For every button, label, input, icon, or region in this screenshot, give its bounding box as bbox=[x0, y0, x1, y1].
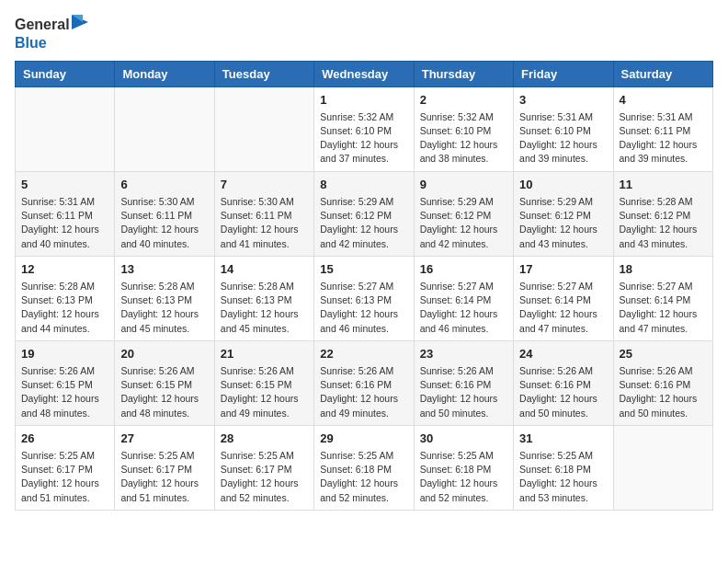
calendar-week-row: 1Sunrise: 5:32 AMSunset: 6:10 PMDaylight… bbox=[16, 86, 713, 171]
weekday-header: Sunday bbox=[16, 61, 115, 86]
weekday-header: Friday bbox=[514, 61, 613, 86]
calendar-day-cell: 15Sunrise: 5:27 AMSunset: 6:13 PMDayligh… bbox=[314, 256, 414, 340]
calendar-day-cell: 13Sunrise: 5:28 AMSunset: 6:13 PMDayligh… bbox=[115, 256, 214, 340]
day-info: Sunrise: 5:27 AMSunset: 6:14 PMDaylight:… bbox=[519, 280, 607, 336]
calendar-table: SundayMondayTuesdayWednesdayThursdayFrid… bbox=[15, 61, 713, 511]
day-info: Sunrise: 5:27 AMSunset: 6:14 PMDaylight:… bbox=[420, 280, 507, 336]
calendar-day-cell: 8Sunrise: 5:29 AMSunset: 6:12 PMDaylight… bbox=[314, 171, 414, 256]
day-info: Sunrise: 5:28 AMSunset: 6:13 PMDaylight:… bbox=[21, 280, 108, 336]
calendar-day-cell: 5Sunrise: 5:31 AMSunset: 6:11 PMDaylight… bbox=[16, 171, 115, 256]
calendar-week-row: 19Sunrise: 5:26 AMSunset: 6:15 PMDayligh… bbox=[16, 340, 713, 425]
day-number: 21 bbox=[221, 346, 308, 362]
day-info: Sunrise: 5:31 AMSunset: 6:11 PMDaylight:… bbox=[620, 110, 707, 167]
weekday-header: Saturday bbox=[613, 61, 712, 86]
day-info: Sunrise: 5:26 AMSunset: 6:15 PMDaylight:… bbox=[21, 364, 108, 420]
day-number: 18 bbox=[620, 261, 707, 278]
day-info: Sunrise: 5:25 AMSunset: 6:18 PMDaylight:… bbox=[420, 449, 507, 505]
calendar-day-cell bbox=[115, 86, 214, 171]
calendar-day-cell: 23Sunrise: 5:26 AMSunset: 6:16 PMDayligh… bbox=[414, 340, 513, 425]
calendar-day-cell: 14Sunrise: 5:28 AMSunset: 6:13 PMDayligh… bbox=[214, 256, 313, 340]
day-info: Sunrise: 5:26 AMSunset: 6:15 PMDaylight:… bbox=[221, 364, 308, 420]
day-info: Sunrise: 5:25 AMSunset: 6:18 PMDaylight:… bbox=[519, 449, 607, 505]
calendar-day-cell: 3Sunrise: 5:31 AMSunset: 6:10 PMDaylight… bbox=[514, 86, 613, 171]
day-info: Sunrise: 5:29 AMSunset: 6:12 PMDaylight:… bbox=[519, 195, 607, 251]
calendar-day-cell: 4Sunrise: 5:31 AMSunset: 6:11 PMDaylight… bbox=[613, 86, 712, 171]
day-number: 1 bbox=[320, 92, 407, 109]
calendar-week-row: 26Sunrise: 5:25 AMSunset: 6:17 PMDayligh… bbox=[16, 425, 713, 510]
calendar-day-cell: 25Sunrise: 5:26 AMSunset: 6:16 PMDayligh… bbox=[613, 340, 712, 425]
weekday-header: Monday bbox=[115, 61, 214, 86]
calendar-day-cell: 24Sunrise: 5:26 AMSunset: 6:16 PMDayligh… bbox=[514, 340, 613, 425]
day-number: 25 bbox=[620, 346, 707, 362]
day-number: 3 bbox=[519, 92, 607, 109]
day-number: 28 bbox=[221, 431, 308, 447]
calendar-day-cell: 6Sunrise: 5:30 AMSunset: 6:11 PMDaylight… bbox=[115, 171, 214, 256]
day-info: Sunrise: 5:28 AMSunset: 6:13 PMDaylight:… bbox=[120, 280, 208, 336]
day-info: Sunrise: 5:27 AMSunset: 6:13 PMDaylight:… bbox=[320, 280, 407, 336]
calendar-day-cell: 21Sunrise: 5:26 AMSunset: 6:15 PMDayligh… bbox=[214, 340, 313, 425]
logo-blue: Blue bbox=[15, 35, 88, 52]
day-info: Sunrise: 5:29 AMSunset: 6:12 PMDaylight:… bbox=[420, 195, 507, 251]
day-number: 13 bbox=[120, 261, 208, 278]
day-number: 30 bbox=[420, 431, 507, 447]
calendar-day-cell: 20Sunrise: 5:26 AMSunset: 6:15 PMDayligh… bbox=[115, 340, 214, 425]
day-info: Sunrise: 5:30 AMSunset: 6:11 PMDaylight:… bbox=[120, 195, 208, 251]
day-number: 4 bbox=[620, 92, 707, 109]
day-number: 2 bbox=[420, 92, 507, 109]
day-number: 15 bbox=[320, 261, 407, 278]
day-number: 19 bbox=[21, 346, 108, 362]
calendar-day-cell: 7Sunrise: 5:30 AMSunset: 6:11 PMDaylight… bbox=[214, 171, 313, 256]
day-info: Sunrise: 5:26 AMSunset: 6:16 PMDaylight:… bbox=[320, 364, 407, 420]
logo-general: General bbox=[15, 17, 70, 33]
calendar-day-cell: 26Sunrise: 5:25 AMSunset: 6:17 PMDayligh… bbox=[16, 425, 115, 510]
calendar-day-cell bbox=[613, 425, 712, 510]
day-number: 8 bbox=[320, 177, 407, 193]
day-info: Sunrise: 5:31 AMSunset: 6:11 PMDaylight:… bbox=[21, 195, 108, 251]
day-info: Sunrise: 5:27 AMSunset: 6:14 PMDaylight:… bbox=[620, 280, 707, 336]
calendar-day-cell: 16Sunrise: 5:27 AMSunset: 6:14 PMDayligh… bbox=[414, 256, 513, 340]
day-number: 9 bbox=[420, 177, 507, 193]
day-number: 31 bbox=[519, 431, 607, 447]
day-info: Sunrise: 5:26 AMSunset: 6:16 PMDaylight:… bbox=[420, 364, 507, 420]
day-info: Sunrise: 5:32 AMSunset: 6:10 PMDaylight:… bbox=[320, 110, 407, 167]
day-number: 22 bbox=[320, 346, 407, 362]
page-header: General Blue bbox=[15, 15, 713, 52]
day-info: Sunrise: 5:25 AMSunset: 6:17 PMDaylight:… bbox=[120, 449, 208, 505]
calendar-day-cell: 10Sunrise: 5:29 AMSunset: 6:12 PMDayligh… bbox=[514, 171, 613, 256]
calendar-day-cell: 12Sunrise: 5:28 AMSunset: 6:13 PMDayligh… bbox=[16, 256, 115, 340]
day-number: 12 bbox=[21, 261, 108, 278]
calendar-day-cell: 17Sunrise: 5:27 AMSunset: 6:14 PMDayligh… bbox=[514, 256, 613, 340]
day-info: Sunrise: 5:25 AMSunset: 6:18 PMDaylight:… bbox=[320, 449, 407, 505]
logo: General Blue bbox=[15, 15, 88, 52]
day-number: 20 bbox=[120, 346, 208, 362]
calendar-day-cell: 2Sunrise: 5:32 AMSunset: 6:10 PMDaylight… bbox=[414, 86, 513, 171]
calendar-week-row: 5Sunrise: 5:31 AMSunset: 6:11 PMDaylight… bbox=[16, 171, 713, 256]
calendar-day-cell bbox=[214, 86, 313, 171]
calendar-header-row: SundayMondayTuesdayWednesdayThursdayFrid… bbox=[16, 61, 713, 86]
calendar-day-cell bbox=[16, 86, 115, 171]
day-info: Sunrise: 5:31 AMSunset: 6:10 PMDaylight:… bbox=[519, 110, 607, 167]
calendar-day-cell: 28Sunrise: 5:25 AMSunset: 6:17 PMDayligh… bbox=[214, 425, 313, 510]
day-info: Sunrise: 5:26 AMSunset: 6:15 PMDaylight:… bbox=[120, 364, 208, 420]
day-number: 29 bbox=[320, 431, 407, 447]
day-info: Sunrise: 5:28 AMSunset: 6:12 PMDaylight:… bbox=[620, 195, 707, 251]
day-info: Sunrise: 5:28 AMSunset: 6:13 PMDaylight:… bbox=[221, 280, 308, 336]
logo-arrow-icon bbox=[72, 15, 88, 35]
calendar-day-cell: 30Sunrise: 5:25 AMSunset: 6:18 PMDayligh… bbox=[414, 425, 513, 510]
day-number: 11 bbox=[620, 177, 707, 193]
calendar-day-cell: 31Sunrise: 5:25 AMSunset: 6:18 PMDayligh… bbox=[514, 425, 613, 510]
day-number: 14 bbox=[221, 261, 308, 278]
weekday-header: Tuesday bbox=[214, 61, 313, 86]
logo-text: General Blue bbox=[15, 15, 88, 52]
day-info: Sunrise: 5:32 AMSunset: 6:10 PMDaylight:… bbox=[420, 110, 507, 167]
calendar-day-cell: 11Sunrise: 5:28 AMSunset: 6:12 PMDayligh… bbox=[613, 171, 712, 256]
day-number: 16 bbox=[420, 261, 507, 278]
day-number: 27 bbox=[120, 431, 208, 447]
day-number: 7 bbox=[221, 177, 308, 193]
calendar-day-cell: 19Sunrise: 5:26 AMSunset: 6:15 PMDayligh… bbox=[16, 340, 115, 425]
day-info: Sunrise: 5:30 AMSunset: 6:11 PMDaylight:… bbox=[221, 195, 308, 251]
day-info: Sunrise: 5:25 AMSunset: 6:17 PMDaylight:… bbox=[21, 449, 108, 505]
day-number: 17 bbox=[519, 261, 607, 278]
calendar-day-cell: 1Sunrise: 5:32 AMSunset: 6:10 PMDaylight… bbox=[314, 86, 414, 171]
calendar-week-row: 12Sunrise: 5:28 AMSunset: 6:13 PMDayligh… bbox=[16, 256, 713, 340]
